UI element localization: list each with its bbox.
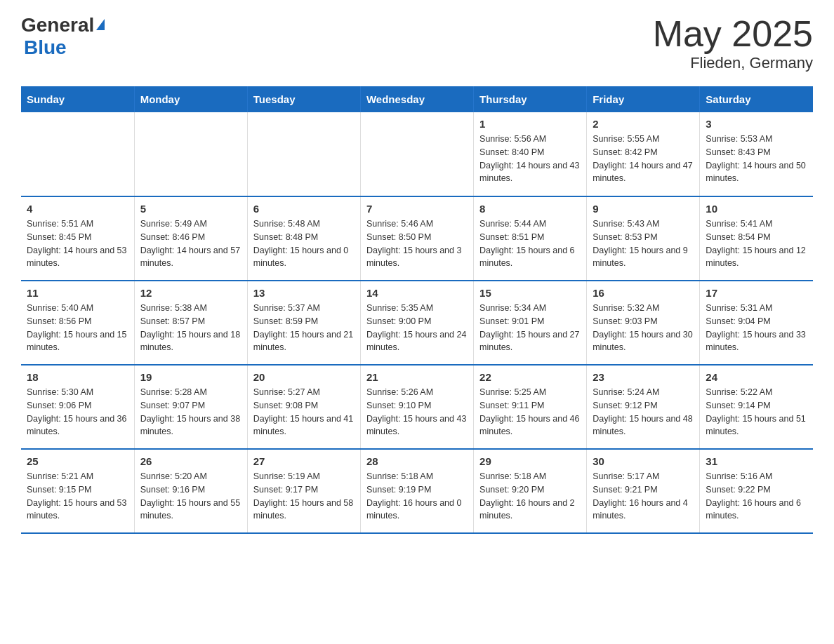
- day-info: Sunrise: 5:49 AM Sunset: 8:46 PM Dayligh…: [140, 217, 241, 270]
- logo-blue-text: Blue: [24, 36, 67, 58]
- day-info: Sunrise: 5:43 AM Sunset: 8:53 PM Dayligh…: [593, 217, 694, 270]
- day-cell: 15Sunrise: 5:34 AM Sunset: 9:01 PM Dayli…: [474, 281, 587, 365]
- day-cell: 14Sunrise: 5:35 AM Sunset: 9:00 PM Dayli…: [360, 281, 473, 365]
- day-cell: 28Sunrise: 5:18 AM Sunset: 9:19 PM Dayli…: [360, 449, 473, 533]
- header-row: Sunday Monday Tuesday Wednesday Thursday…: [21, 86, 813, 112]
- day-number: 27: [253, 455, 355, 467]
- day-info: Sunrise: 5:22 AM Sunset: 9:14 PM Dayligh…: [706, 386, 807, 438]
- day-cell: 10Sunrise: 5:41 AM Sunset: 8:54 PM Dayli…: [700, 196, 813, 281]
- day-number: 23: [593, 371, 694, 383]
- day-number: 13: [253, 287, 355, 299]
- day-cell: 19Sunrise: 5:28 AM Sunset: 9:07 PM Dayli…: [134, 365, 247, 449]
- day-number: 21: [366, 371, 468, 383]
- calendar-header: Sunday Monday Tuesday Wednesday Thursday…: [21, 86, 813, 112]
- week-row-1: 1Sunrise: 5:56 AM Sunset: 8:40 PM Daylig…: [21, 112, 813, 196]
- day-info: Sunrise: 5:51 AM Sunset: 8:45 PM Dayligh…: [27, 217, 128, 270]
- day-cell: 21Sunrise: 5:26 AM Sunset: 9:10 PM Dayli…: [360, 365, 473, 449]
- day-info: Sunrise: 5:18 AM Sunset: 9:19 PM Dayligh…: [366, 470, 468, 523]
- day-info: Sunrise: 5:55 AM Sunset: 8:42 PM Dayligh…: [593, 133, 694, 185]
- day-cell: 24Sunrise: 5:22 AM Sunset: 9:14 PM Dayli…: [700, 365, 813, 449]
- day-number: 14: [366, 287, 468, 299]
- day-info: Sunrise: 5:31 AM Sunset: 9:04 PM Dayligh…: [706, 302, 807, 354]
- calendar-table: Sunday Monday Tuesday Wednesday Thursday…: [21, 86, 813, 534]
- day-cell: 25Sunrise: 5:21 AM Sunset: 9:15 PM Dayli…: [21, 449, 134, 533]
- day-cell: 27Sunrise: 5:19 AM Sunset: 9:17 PM Dayli…: [247, 449, 360, 533]
- day-cell: [134, 112, 247, 196]
- day-cell: 6Sunrise: 5:48 AM Sunset: 8:48 PM Daylig…: [247, 196, 360, 281]
- day-cell: 1Sunrise: 5:56 AM Sunset: 8:40 PM Daylig…: [474, 112, 587, 196]
- week-row-2: 4Sunrise: 5:51 AM Sunset: 8:45 PM Daylig…: [21, 196, 813, 281]
- calendar-body: 1Sunrise: 5:56 AM Sunset: 8:40 PM Daylig…: [21, 112, 813, 533]
- week-row-4: 18Sunrise: 5:30 AM Sunset: 9:06 PM Dayli…: [21, 365, 813, 449]
- day-cell: 7Sunrise: 5:46 AM Sunset: 8:50 PM Daylig…: [360, 196, 473, 281]
- day-cell: 16Sunrise: 5:32 AM Sunset: 9:03 PM Dayli…: [587, 281, 700, 365]
- day-cell: 5Sunrise: 5:49 AM Sunset: 8:46 PM Daylig…: [134, 196, 247, 281]
- day-number: 10: [706, 203, 807, 215]
- day-cell: [247, 112, 360, 196]
- day-info: Sunrise: 5:32 AM Sunset: 9:03 PM Dayligh…: [593, 302, 694, 354]
- day-number: 2: [593, 118, 694, 130]
- day-cell: 29Sunrise: 5:18 AM Sunset: 9:20 PM Dayli…: [474, 449, 587, 533]
- day-info: Sunrise: 5:46 AM Sunset: 8:50 PM Dayligh…: [366, 217, 468, 270]
- day-info: Sunrise: 5:19 AM Sunset: 9:17 PM Dayligh…: [253, 470, 355, 523]
- logo-general-text: General: [21, 14, 94, 36]
- day-number: 28: [366, 455, 468, 467]
- day-info: Sunrise: 5:25 AM Sunset: 9:11 PM Dayligh…: [479, 386, 581, 438]
- day-number: 8: [479, 203, 581, 215]
- day-cell: 8Sunrise: 5:44 AM Sunset: 8:51 PM Daylig…: [474, 196, 587, 281]
- day-info: Sunrise: 5:48 AM Sunset: 8:48 PM Dayligh…: [253, 217, 355, 270]
- day-number: 22: [479, 371, 581, 383]
- col-sunday: Sunday: [21, 86, 134, 112]
- col-thursday: Thursday: [474, 86, 587, 112]
- day-cell: 17Sunrise: 5:31 AM Sunset: 9:04 PM Dayli…: [700, 281, 813, 365]
- day-number: 11: [27, 287, 128, 299]
- day-info: Sunrise: 5:53 AM Sunset: 8:43 PM Dayligh…: [706, 133, 807, 185]
- day-cell: 2Sunrise: 5:55 AM Sunset: 8:42 PM Daylig…: [587, 112, 700, 196]
- day-number: 26: [140, 455, 241, 467]
- day-info: Sunrise: 5:17 AM Sunset: 9:21 PM Dayligh…: [593, 470, 694, 523]
- day-number: 18: [27, 371, 128, 383]
- day-info: Sunrise: 5:35 AM Sunset: 9:00 PM Dayligh…: [366, 302, 468, 354]
- day-info: Sunrise: 5:34 AM Sunset: 9:01 PM Dayligh…: [479, 302, 581, 354]
- day-info: Sunrise: 5:24 AM Sunset: 9:12 PM Dayligh…: [593, 386, 694, 438]
- day-cell: 3Sunrise: 5:53 AM Sunset: 8:43 PM Daylig…: [700, 112, 813, 196]
- day-cell: 23Sunrise: 5:24 AM Sunset: 9:12 PM Dayli…: [587, 365, 700, 449]
- logo-triangle-icon: [96, 19, 105, 30]
- day-cell: 12Sunrise: 5:38 AM Sunset: 8:57 PM Dayli…: [134, 281, 247, 365]
- day-cell: 18Sunrise: 5:30 AM Sunset: 9:06 PM Dayli…: [21, 365, 134, 449]
- day-cell: 22Sunrise: 5:25 AM Sunset: 9:11 PM Dayli…: [474, 365, 587, 449]
- day-info: Sunrise: 5:37 AM Sunset: 8:59 PM Dayligh…: [253, 302, 355, 354]
- logo: General Blue: [21, 14, 105, 59]
- day-info: Sunrise: 5:16 AM Sunset: 9:22 PM Dayligh…: [706, 470, 807, 523]
- day-cell: 11Sunrise: 5:40 AM Sunset: 8:56 PM Dayli…: [21, 281, 134, 365]
- day-cell: 30Sunrise: 5:17 AM Sunset: 9:21 PM Dayli…: [587, 449, 700, 533]
- day-cell: 4Sunrise: 5:51 AM Sunset: 8:45 PM Daylig…: [21, 196, 134, 281]
- day-number: 6: [253, 203, 355, 215]
- week-row-5: 25Sunrise: 5:21 AM Sunset: 9:15 PM Dayli…: [21, 449, 813, 533]
- logo-blue-row: Blue: [21, 36, 67, 59]
- week-row-3: 11Sunrise: 5:40 AM Sunset: 8:56 PM Dayli…: [21, 281, 813, 365]
- day-cell: [360, 112, 473, 196]
- calendar-title: May 2025: [653, 14, 813, 54]
- day-cell: [21, 112, 134, 196]
- day-number: 24: [706, 371, 807, 383]
- col-saturday: Saturday: [700, 86, 813, 112]
- day-info: Sunrise: 5:20 AM Sunset: 9:16 PM Dayligh…: [140, 470, 241, 523]
- day-info: Sunrise: 5:40 AM Sunset: 8:56 PM Dayligh…: [27, 302, 128, 354]
- day-number: 7: [366, 203, 468, 215]
- day-info: Sunrise: 5:26 AM Sunset: 9:10 PM Dayligh…: [366, 386, 468, 438]
- day-number: 31: [706, 455, 807, 467]
- title-block: May 2025 Flieden, Germany: [653, 14, 813, 72]
- col-wednesday: Wednesday: [360, 86, 473, 112]
- day-number: 17: [706, 287, 807, 299]
- day-number: 15: [479, 287, 581, 299]
- calendar-subtitle: Flieden, Germany: [653, 54, 813, 72]
- day-number: 25: [27, 455, 128, 467]
- day-number: 19: [140, 371, 241, 383]
- logo-general-row: General: [21, 14, 105, 36]
- day-info: Sunrise: 5:56 AM Sunset: 8:40 PM Dayligh…: [479, 133, 581, 185]
- day-number: 20: [253, 371, 355, 383]
- day-number: 12: [140, 287, 241, 299]
- day-number: 1: [479, 118, 581, 130]
- day-info: Sunrise: 5:38 AM Sunset: 8:57 PM Dayligh…: [140, 302, 241, 354]
